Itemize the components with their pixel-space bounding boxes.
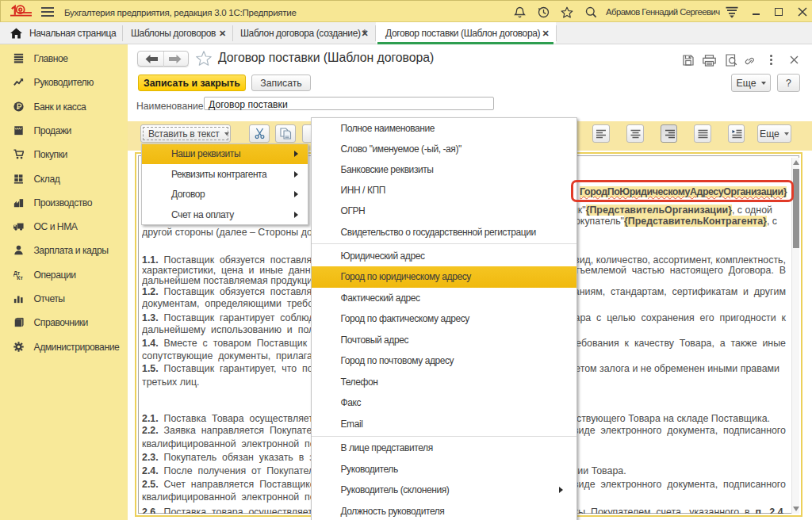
- svg-text:Кт: Кт: [17, 275, 23, 280]
